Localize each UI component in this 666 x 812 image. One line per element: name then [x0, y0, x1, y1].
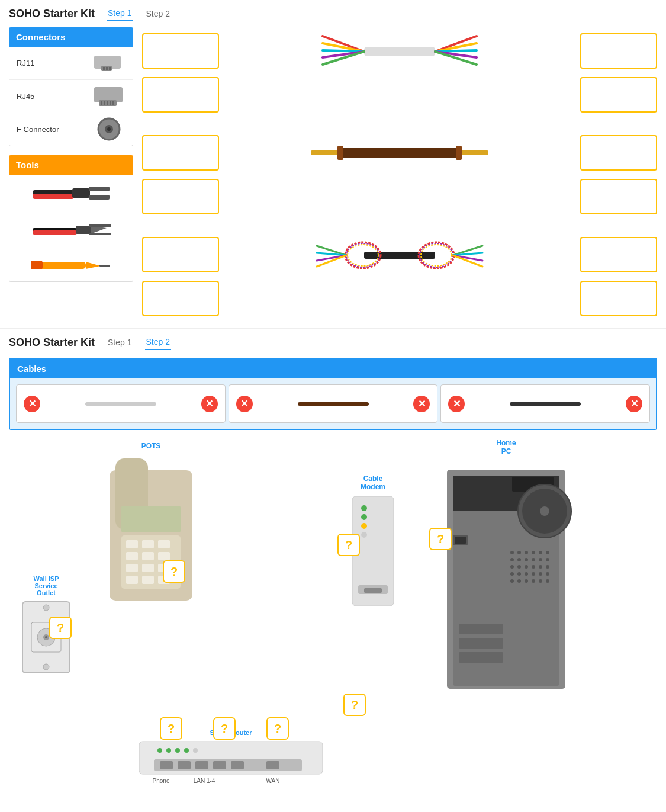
drop-left-3[interactable]: [142, 237, 219, 272]
svg-point-107: [510, 565, 514, 569]
svg-rect-80: [126, 564, 138, 572]
drop-right-1b[interactable]: [580, 77, 657, 113]
tool-punchdown[interactable]: [9, 211, 133, 248]
tab-step1-bottom[interactable]: Step 1: [107, 335, 133, 349]
cat-cable-visual: [225, 231, 574, 278]
left-panel: Connectors RJ11: [9, 27, 133, 319]
remove-cable-coax[interactable]: ✕: [236, 396, 253, 412]
rj11-label: RJ11: [17, 59, 87, 68]
drop-right-2[interactable]: [580, 135, 657, 171]
svg-rect-93: [364, 588, 382, 593]
svg-rect-74: [126, 540, 138, 548]
rj45-label: RJ45: [17, 92, 87, 101]
svg-rect-132: [459, 638, 503, 649]
svg-point-102: [517, 551, 521, 554]
drop-left-2[interactable]: [142, 135, 219, 171]
svg-point-144: [157, 748, 162, 753]
question-home-pc[interactable]: ?: [429, 528, 452, 550]
tool-marker[interactable]: [9, 248, 133, 281]
svg-rect-25: [89, 233, 111, 235]
svg-marker-23: [91, 226, 107, 234]
connector-rj45[interactable]: RJ45: [9, 80, 133, 113]
tab-step1-top[interactable]: Step 1: [107, 6, 133, 21]
top-kit-title: SOHO Starter Kit: [9, 8, 95, 20]
svg-point-130: [546, 579, 549, 583]
drop-left-2b[interactable]: [142, 179, 219, 214]
drop-left-3b[interactable]: [142, 281, 219, 316]
soho-router-device: SOHO Router Phone: [136, 729, 326, 788]
svg-point-146: [175, 748, 180, 753]
svg-rect-78: [142, 552, 154, 560]
svg-point-126: [546, 551, 549, 554]
question-coax-bottom[interactable]: ?: [343, 694, 366, 716]
connectors-header: Connectors: [9, 27, 133, 47]
svg-rect-84: [142, 576, 154, 584]
wall-outlet-device: Wall ISPServiceOutlet ?: [20, 575, 73, 678]
svg-rect-18: [89, 187, 110, 191]
svg-rect-81: [142, 564, 154, 572]
fconn-icon: [93, 119, 126, 140]
svg-rect-17: [72, 188, 90, 198]
svg-rect-45: [456, 146, 462, 160]
svg-rect-41: [311, 150, 340, 155]
svg-point-91: [361, 532, 367, 538]
svg-rect-63: [510, 402, 581, 406]
svg-point-118: [532, 565, 535, 569]
svg-point-122: [539, 558, 542, 561]
question-pots[interactable]: ?: [163, 560, 185, 583]
tools-header: Tools: [9, 155, 133, 175]
remove-cable-phone-right[interactable]: ✕: [201, 396, 218, 412]
fconn-label: F Connector: [17, 125, 87, 134]
svg-rect-30: [364, 47, 435, 56]
remove-cable-ethernet[interactable]: ✕: [448, 396, 465, 412]
svg-point-68: [45, 636, 47, 638]
tool-crimper[interactable]: [9, 175, 133, 211]
svg-point-129: [546, 572, 549, 576]
svg-point-108: [517, 565, 521, 569]
svg-text:WAN: WAN: [266, 778, 280, 784]
svg-point-100: [540, 506, 549, 516]
svg-point-14: [107, 127, 111, 131]
svg-point-124: [539, 572, 542, 576]
svg-text:Phone: Phone: [153, 778, 170, 784]
svg-rect-42: [459, 150, 488, 155]
question-router-wan[interactable]: ?: [266, 717, 289, 740]
remove-cable-coax-right[interactable]: ✕: [413, 396, 430, 412]
cable-card-coax: ✕ ✕: [229, 384, 438, 423]
drop-right-3b[interactable]: [580, 281, 657, 316]
svg-point-114: [517, 579, 521, 583]
svg-point-145: [166, 748, 171, 753]
svg-point-147: [184, 748, 189, 753]
svg-point-116: [532, 551, 535, 554]
svg-point-119: [532, 572, 535, 576]
connector-fconn[interactable]: F Connector: [9, 113, 133, 146]
svg-rect-28: [99, 265, 110, 267]
question-cable-modem[interactable]: ?: [337, 534, 360, 556]
svg-rect-3: [106, 67, 108, 70]
cable-card-phone: ✕ ✕: [16, 384, 226, 423]
svg-point-70: [43, 664, 49, 670]
drop-left-1b[interactable]: [142, 77, 219, 113]
cable-diagram-area: [142, 27, 657, 319]
drop-right-2b[interactable]: [580, 179, 657, 214]
svg-point-125: [539, 579, 542, 583]
question-wall-outlet[interactable]: ?: [49, 617, 72, 639]
drop-right-3[interactable]: [580, 237, 657, 272]
svg-point-115: [525, 579, 528, 583]
drop-left-1[interactable]: [142, 33, 219, 69]
tab-step2-top[interactable]: Step 2: [145, 7, 171, 21]
tools-panel: Tools: [9, 155, 133, 282]
remove-cable-ethernet-right[interactable]: ✕: [626, 396, 642, 412]
home-pc-device: HomePC: [435, 439, 577, 697]
question-router-lan[interactable]: ?: [213, 717, 236, 740]
drop-right-1[interactable]: [580, 33, 657, 69]
question-router-phone[interactable]: ?: [160, 717, 182, 740]
svg-point-90: [361, 523, 367, 529]
svg-rect-22: [76, 226, 91, 234]
connector-rj11[interactable]: RJ11: [9, 47, 133, 80]
cable-row-1b: [142, 77, 657, 113]
remove-cable-phone[interactable]: ✕: [24, 396, 40, 412]
tab-step2-bottom[interactable]: Step 2: [145, 335, 171, 350]
svg-rect-77: [126, 552, 138, 560]
svg-rect-141: [213, 761, 226, 769]
